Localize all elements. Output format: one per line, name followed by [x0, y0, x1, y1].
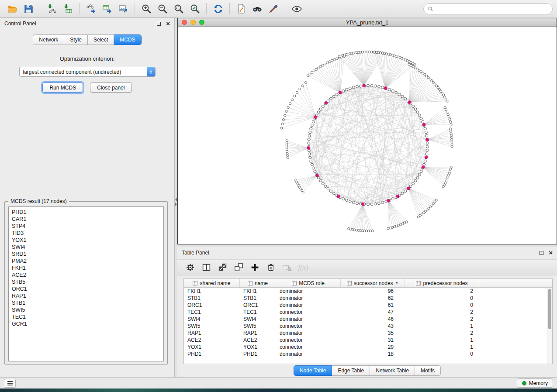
table-cell: 31	[341, 337, 405, 343]
show-hide-details-icon[interactable]	[289, 2, 304, 16]
maximize-window-icon[interactable]	[199, 20, 204, 25]
table-row[interactable]: SWI4SWI4dominator462	[184, 316, 552, 323]
table-row[interactable]: TEC1TEC1connector472	[184, 309, 552, 316]
table-panel-title: Table Panel	[182, 250, 209, 256]
result-item[interactable]: TEC1	[12, 313, 163, 320]
column-header-shared-name[interactable]: shared name	[184, 279, 240, 287]
close-panel-button[interactable]: Close panel	[90, 83, 131, 93]
zoom-fit-icon[interactable]	[171, 2, 187, 16]
memory-button[interactable]: Memory	[517, 378, 553, 388]
table-tab-motifs[interactable]: Motifs	[415, 365, 441, 376]
column-header-predecessor-nodes[interactable]: predecessor nodes	[405, 279, 479, 287]
export-image-icon[interactable]	[115, 2, 131, 16]
column-header-successor-nodes[interactable]: successor nodes▼	[341, 279, 405, 287]
result-item[interactable]: CAR1	[12, 216, 163, 223]
dropdown-stepper-icon[interactable]: ▲▼	[147, 67, 155, 76]
run-mcds-button[interactable]: Run MCDS	[42, 83, 83, 93]
tab-network[interactable]: Network	[33, 34, 64, 45]
result-item[interactable]: STB1	[12, 299, 163, 306]
close-panel-icon[interactable]: ×	[166, 21, 170, 26]
table-row[interactable]: RAP1RAP1dominator352	[184, 330, 552, 337]
table-row[interactable]: ORC1ORC1dominator610	[184, 302, 552, 309]
find-icon[interactable]	[249, 2, 265, 16]
result-item[interactable]: TID3	[12, 230, 163, 237]
column-header-name[interactable]: name	[240, 279, 276, 287]
import-table-icon[interactable]	[60, 2, 76, 16]
table-row[interactable]: STB1STB1dominator620	[184, 295, 552, 302]
result-item[interactable]: ORC1	[12, 285, 163, 292]
control-panel-header: Control Panel ×	[0, 18, 174, 29]
result-item[interactable]: STB5	[12, 279, 163, 285]
split-panel-icon[interactable]	[200, 261, 213, 274]
search-box[interactable]	[423, 3, 553, 14]
table-cell: ACE2	[240, 337, 276, 343]
apply-layout-icon[interactable]	[210, 2, 226, 16]
table-cell: connector	[276, 337, 341, 343]
result-item[interactable]: SRD1	[12, 251, 163, 258]
open-icon[interactable]	[4, 2, 20, 16]
optimization-dropdown[interactable]: largest connected component (undirected)…	[19, 67, 156, 77]
table-tab-edge-table[interactable]: Edge Table	[332, 365, 370, 376]
result-item[interactable]: ACE2	[12, 272, 163, 279]
delete-columns-icon[interactable]	[264, 261, 277, 274]
add-column-icon[interactable]	[248, 261, 261, 274]
mcds-result-list[interactable]: PHD1CAR1STP4TID3YOX1SWI4SRD1PMA2FKH1ACE2…	[8, 206, 164, 361]
import-network-icon[interactable]	[44, 2, 59, 16]
zoom-out-icon[interactable]	[155, 2, 170, 16]
table-tab-network-table[interactable]: Network Table	[370, 365, 415, 376]
table-row[interactable]: PHD1PHD1dominator180	[184, 351, 552, 358]
task-history-button[interactable]	[4, 379, 16, 388]
table-cell: dominator	[276, 316, 341, 322]
table-row[interactable]: FKH1FKH1dominator962	[184, 288, 552, 295]
scrollbar-thumb[interactable]	[548, 289, 551, 329]
minimize-window-icon[interactable]	[190, 20, 196, 25]
toolbar-separator	[79, 3, 80, 14]
graphics-details-icon[interactable]	[266, 2, 281, 16]
table-tab-node-table[interactable]: Node Table	[294, 365, 332, 376]
toolbar-separator	[40, 3, 40, 14]
table-cell: connector	[276, 309, 341, 315]
result-item[interactable]: STP4	[12, 223, 163, 230]
column-type-icon	[292, 281, 297, 285]
zoom-in-icon[interactable]	[138, 2, 154, 16]
tab-style[interactable]: Style	[64, 34, 88, 45]
zoom-selected-icon[interactable]	[187, 2, 203, 16]
close-window-icon[interactable]	[182, 20, 187, 25]
save-icon[interactable]	[21, 2, 36, 16]
result-item[interactable]: PHD1	[12, 209, 163, 216]
tab-mcds[interactable]: MCDS	[114, 34, 141, 45]
column-type-icon	[193, 281, 197, 285]
table-row[interactable]: SWI5SWI5connector431	[184, 323, 552, 330]
table-row[interactable]: YOX1YOX1connector291	[184, 344, 552, 351]
search-input[interactable]	[436, 6, 548, 12]
node-table: shared namenameMCDS rolesuccessor nodes▼…	[183, 279, 553, 364]
float-panel-icon[interactable]	[157, 22, 161, 26]
column-header-MCDS-role[interactable]: MCDS role	[276, 279, 341, 287]
result-item[interactable]: SWI5	[12, 306, 163, 313]
select-all-icon[interactable]	[216, 261, 229, 274]
result-item[interactable]: RAP1	[12, 292, 163, 299]
export-network-icon[interactable]	[83, 2, 99, 16]
result-item[interactable]: FKH1	[12, 265, 163, 272]
result-item[interactable]: GCR1	[12, 320, 163, 327]
result-item[interactable]: PMA2	[12, 258, 163, 265]
table-cell: 43	[341, 323, 405, 329]
settings-icon[interactable]	[183, 261, 197, 274]
network-titlebar[interactable]: YPA_prune.txt_1	[178, 18, 557, 27]
export-table-icon[interactable]	[99, 2, 115, 16]
table-cell: 2	[405, 316, 479, 322]
table-scrollbar[interactable]	[547, 288, 552, 364]
close-panel-icon[interactable]: ×	[549, 251, 553, 255]
table-row[interactable]: ACE2ACE2connector311	[184, 337, 552, 344]
network-canvas[interactable]	[178, 27, 557, 244]
function-builder-icon: f(x)	[297, 261, 310, 274]
clone-network-icon[interactable]	[233, 2, 249, 16]
result-item[interactable]: SWI4	[12, 244, 163, 251]
table-cell: 0	[405, 351, 479, 357]
float-panel-icon[interactable]	[540, 251, 543, 255]
tab-select[interactable]: Select	[88, 34, 114, 45]
sort-descending-icon[interactable]: ▼	[395, 281, 399, 285]
deselect-all-icon[interactable]	[232, 261, 245, 274]
result-item[interactable]: YOX1	[12, 237, 163, 244]
splitter-collapse-icon[interactable]	[175, 197, 177, 206]
